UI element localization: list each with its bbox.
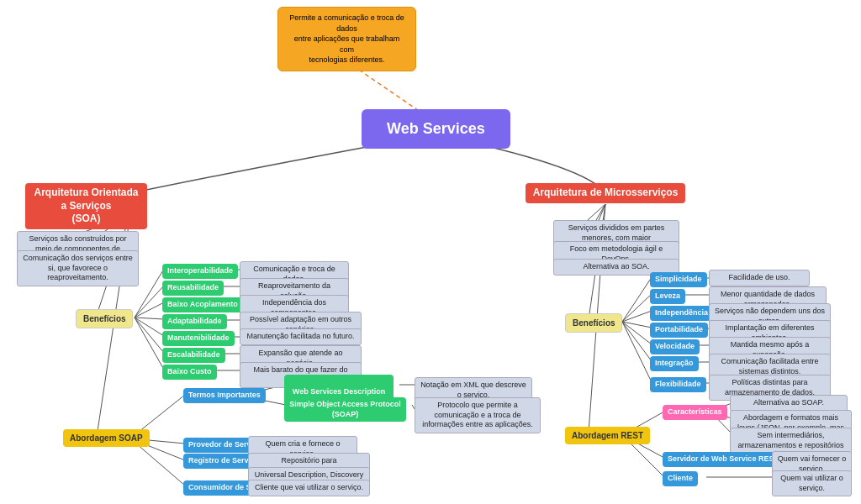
abordagem-rest-node: Abordagem REST bbox=[565, 427, 650, 444]
mindmap-inner: Permite a comunicação e troca de dados e… bbox=[0, 0, 861, 504]
svg-line-8 bbox=[135, 318, 164, 336]
tooltip-text: Permite a comunicação e troca de dados e… bbox=[289, 13, 404, 64]
desc-soap-protocol: Protocolo que permite a comunicação e a … bbox=[415, 397, 541, 433]
svg-line-39 bbox=[622, 322, 652, 361]
independencia-node: Independência bbox=[650, 306, 713, 321]
svg-line-38 bbox=[622, 322, 652, 344]
mindmap-container: Permite a comunicação e troca de dados e… bbox=[0, 0, 861, 504]
adaptabilidade-node: Adaptabilidade bbox=[162, 314, 227, 329]
baixo-custo-node: Baixo Custo bbox=[162, 365, 217, 380]
microservices-label: Arquitetura de Microsserviços bbox=[533, 186, 679, 198]
beneficios-micro-node: Benefícios bbox=[565, 313, 622, 333]
abordagem-soap-node: Abordagem SOAP bbox=[63, 429, 150, 447]
escalabilidade-node: Escalabilidade bbox=[162, 348, 225, 363]
tooltip-node: Permite a comunicação e troca de dados e… bbox=[277, 7, 416, 71]
leveza-node: Leveza bbox=[650, 289, 685, 304]
svg-line-10 bbox=[135, 318, 164, 370]
reusabilidade-node: Reusabilidade bbox=[162, 281, 224, 296]
svg-line-37 bbox=[622, 322, 652, 328]
microservices-node: Arquitetura de Microsserviços bbox=[526, 183, 685, 203]
svg-line-34 bbox=[622, 277, 652, 322]
soap-protocol-node: Simple Object Access Protocol (SOAP) bbox=[284, 397, 406, 422]
cliente-rest-node: Cliente bbox=[663, 471, 698, 486]
baixo-acoplamento-node: Baixo Acoplamento bbox=[162, 297, 243, 312]
flexibilidade-node: Flexibilidade bbox=[650, 377, 706, 392]
svg-line-5 bbox=[135, 286, 164, 318]
termos-node: Termos Importantes bbox=[183, 388, 266, 403]
desc-consumidor: Cliente que vai utilizar o serviço. bbox=[248, 480, 370, 496]
svg-line-6 bbox=[135, 302, 164, 318]
svg-line-40 bbox=[622, 322, 652, 382]
desc-simp: Facilidade de uso. bbox=[709, 270, 810, 286]
servidor-rest-node: Servidor de Web Service REST bbox=[663, 452, 784, 467]
soa-label: Arquitetura Orientada a Serviços (SOA) bbox=[34, 186, 138, 224]
integracao-node: Integração bbox=[650, 356, 699, 371]
portabilidade-node: Portabilidade bbox=[650, 323, 708, 338]
svg-line-35 bbox=[622, 294, 652, 322]
soa-node: Arquitetura Orientada a Serviços (SOA) bbox=[25, 183, 147, 229]
desc-manut: Manutenção facilitada no futuro. bbox=[240, 328, 362, 345]
svg-line-36 bbox=[622, 311, 652, 322]
simplicidade-node: Simplicidade bbox=[650, 272, 707, 287]
central-node: Web Services bbox=[362, 109, 510, 149]
soa-desc2: Comunicação dos serviços entre si, que f… bbox=[17, 250, 139, 286]
central-label: Web Services bbox=[387, 120, 485, 137]
svg-line-9 bbox=[135, 318, 164, 353]
char-desc1: Alternativa ao SOAP. bbox=[730, 395, 848, 412]
interoperabilidade-node: Interoperabilidade bbox=[162, 264, 238, 279]
velocidade-node: Velocidade bbox=[650, 339, 700, 354]
svg-line-7 bbox=[135, 318, 164, 319]
manutencao-node: Manutenibilidade bbox=[162, 331, 235, 346]
beneficios-soa-node: Benefícios bbox=[76, 309, 133, 328]
svg-line-4 bbox=[135, 269, 164, 318]
desc-cliente: Quem vai utilizar o serviço. bbox=[772, 470, 852, 496]
caracteristicas-node: Características bbox=[663, 405, 727, 420]
